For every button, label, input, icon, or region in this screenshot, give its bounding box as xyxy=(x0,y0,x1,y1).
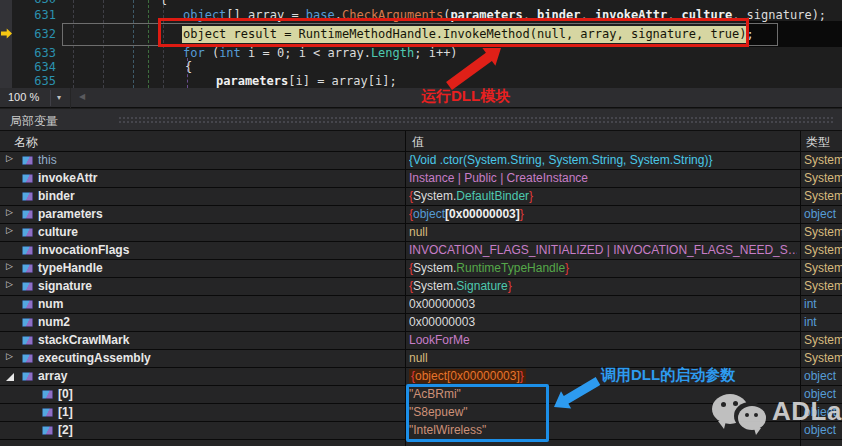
variable-name[interactable]: invokeAttr xyxy=(38,171,97,185)
variable-type: System xyxy=(804,351,842,365)
variable-value[interactable]: {Void .ctor(System.String, System.String… xyxy=(409,153,797,167)
table-row[interactable]: ▷culturenullSystem xyxy=(0,224,842,242)
column-header-value[interactable]: 值 xyxy=(412,134,424,151)
text-segment: Instance | Public | CreateInstance xyxy=(409,171,588,185)
text-segment: DefaultBinder xyxy=(456,189,529,203)
expander-collapsed-icon[interactable]: ▷ xyxy=(6,207,13,217)
text-segment: } xyxy=(529,189,533,203)
variable-name[interactable]: num xyxy=(38,297,63,311)
variable-icon xyxy=(22,354,33,363)
text-segment: {Void .ctor(System.String, System.String… xyxy=(409,153,712,167)
variable-value[interactable]: 0x00000003 xyxy=(409,297,797,311)
table-row[interactable]: ▷this{Void .ctor(System.String, System.S… xyxy=(0,152,842,170)
variable-value[interactable]: 0x00000003 xyxy=(409,315,797,329)
table-row[interactable]: num20x00000003int xyxy=(0,314,842,332)
variable-name[interactable]: [2] xyxy=(58,423,73,437)
table-row[interactable]: ▷signature{System.Signature}System xyxy=(0,278,842,296)
variable-name[interactable]: stackCrawlMark xyxy=(38,333,129,347)
expander-collapsed-icon[interactable]: ▷ xyxy=(6,279,13,289)
chevron-down-icon[interactable]: ▾ xyxy=(50,90,67,106)
line-number: 633 xyxy=(8,46,56,61)
variable-name[interactable]: typeHandle xyxy=(38,261,103,275)
variable-icon xyxy=(22,372,33,381)
zoom-level-select[interactable]: 100 % xyxy=(8,91,39,103)
text-segment: INVOCATION_FLAGS_INITIALIZED | INVOCATIO… xyxy=(409,243,797,257)
dll-params-annotation: 调用DLL的启动参数 xyxy=(601,366,735,385)
variable-name[interactable]: executingAssembly xyxy=(38,351,151,365)
text-segment: } xyxy=(508,279,512,293)
code-line[interactable]: for (int i = 0; i < array.Length; i++) xyxy=(183,46,458,61)
expander-collapsed-icon[interactable]: ▷ xyxy=(6,261,13,271)
variable-value[interactable]: {System.RuntimeTypeHandle} xyxy=(409,261,797,275)
expander-expanded-icon[interactable] xyxy=(6,373,14,381)
variable-value[interactable]: {System.DefaultBinder} xyxy=(409,189,797,203)
variable-icon xyxy=(22,300,33,309)
variable-icon xyxy=(42,408,53,417)
panel-title: 局部变量 xyxy=(10,113,58,130)
column-headers: 名称 值 类型 xyxy=(0,131,842,152)
text-segment: { xyxy=(185,60,192,74)
expander-collapsed-icon[interactable]: ▷ xyxy=(6,225,13,235)
variable-type: System xyxy=(804,261,842,275)
table-row[interactable]: ▷parameters{object[0x00000003]}object xyxy=(0,206,842,224)
code-line[interactable]: { xyxy=(185,60,192,75)
variable-value[interactable]: INVOCATION_FLAGS_INITIALIZED | INVOCATIO… xyxy=(409,243,797,257)
line-number: 635 xyxy=(8,74,56,88)
watermark: ADLab xyxy=(710,392,840,434)
code-editor[interactable]: 630{631object[] array = base.CheckArgume… xyxy=(0,0,842,88)
variable-type: object xyxy=(804,369,842,383)
variable-type: System xyxy=(804,279,842,293)
table-row[interactable]: stackCrawlMarkLookForMeSystem xyxy=(0,332,842,350)
text-segment: Length xyxy=(371,46,414,60)
variable-icon xyxy=(22,264,33,273)
variable-type: System xyxy=(804,243,842,257)
variable-name[interactable]: [1] xyxy=(58,405,73,419)
variable-icon xyxy=(22,336,33,345)
variable-name[interactable]: [0] xyxy=(58,387,73,401)
column-header-name[interactable]: 名称 xyxy=(14,134,38,151)
text-segment: 0x00000003 xyxy=(409,297,475,311)
variable-name[interactable]: array xyxy=(38,369,67,383)
variable-name[interactable]: culture xyxy=(38,225,78,239)
text-segment: ( xyxy=(205,46,219,60)
text-segment: object xyxy=(413,207,445,221)
table-row[interactable]: invokeAttrInstance | Public | CreateInst… xyxy=(0,170,842,188)
expander-collapsed-icon[interactable]: ▷ xyxy=(6,351,13,361)
variable-name[interactable]: num2 xyxy=(38,315,70,329)
variable-type: System xyxy=(804,153,842,167)
code-line[interactable]: parameters[i] = array[i]; xyxy=(216,74,397,88)
text-segment: null xyxy=(409,225,428,239)
variable-value[interactable]: null xyxy=(409,225,797,239)
variable-value[interactable]: {object[0x00000003]} xyxy=(409,207,797,221)
variable-name[interactable]: this xyxy=(38,153,57,167)
table-row[interactable]: num0x00000003int xyxy=(0,296,842,314)
table-row[interactable]: ▷typeHandle{System.RuntimeTypeHandle}Sys… xyxy=(0,260,842,278)
text-segment: object[0x00000003] xyxy=(415,369,520,383)
variable-value[interactable]: null xyxy=(409,351,797,365)
text-segment: [0x00000003] xyxy=(445,207,520,221)
panel-title-bar[interactable]: 局部变量 xyxy=(0,109,842,131)
code-line[interactable]: { xyxy=(160,0,167,7)
scroll-left-icon[interactable]: ◀ xyxy=(79,92,85,101)
variable-name[interactable]: invocationFlags xyxy=(38,243,129,257)
variable-name[interactable]: signature xyxy=(38,279,92,293)
variable-icon xyxy=(22,282,33,291)
variable-value[interactable]: LookForMe xyxy=(409,333,797,347)
variable-value[interactable]: Instance | Public | CreateInstance xyxy=(409,171,797,185)
variable-name[interactable]: parameters xyxy=(38,207,103,221)
expander-collapsed-icon[interactable]: ▷ xyxy=(6,153,13,163)
text-segment: } xyxy=(520,369,524,383)
debugger-screen: 630{631object[] array = base.CheckArgume… xyxy=(0,0,842,446)
line-number: 634 xyxy=(8,60,56,75)
variable-name[interactable]: binder xyxy=(38,189,75,203)
variable-icon xyxy=(22,246,33,255)
table-row[interactable]: binder{System.DefaultBinder}System xyxy=(0,188,842,206)
variable-value[interactable]: {System.Signature} xyxy=(409,279,797,293)
text-segment: System. xyxy=(413,189,456,203)
text-segment: [i] = array[i]; xyxy=(288,74,396,88)
text-segment: { xyxy=(160,0,167,6)
table-row[interactable]: invocationFlagsINVOCATION_FLAGS_INITIALI… xyxy=(0,242,842,260)
column-header-type[interactable]: 类型 xyxy=(806,134,830,151)
watermark-text: ADLab xyxy=(772,396,842,427)
variable-type: System xyxy=(804,333,842,347)
